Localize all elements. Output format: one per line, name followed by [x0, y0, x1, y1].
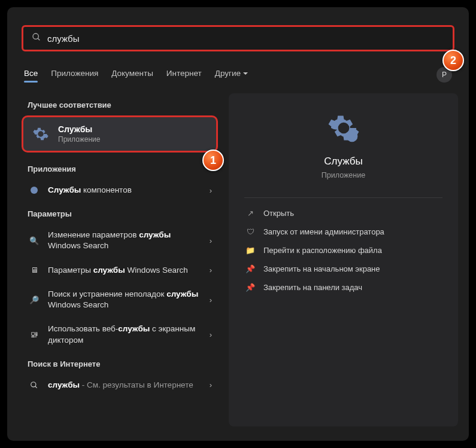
chevron-right-icon: ›: [210, 380, 212, 389]
result-text: Поиск и устранение неполадок службы Wind…: [48, 289, 202, 310]
action-run-as-admin[interactable]: 🛡 Запуск от имени администратора: [244, 223, 442, 241]
best-match-item[interactable]: Службы Приложение: [22, 115, 218, 153]
action-label: Запуск от имени администратора: [263, 227, 384, 236]
settings-icon: 🔎: [28, 295, 41, 304]
settings-icon: 🔍: [28, 236, 41, 245]
annotation-badge-1: 1: [202, 150, 224, 171]
tab-all[interactable]: Все: [24, 69, 38, 81]
chevron-right-icon: ›: [210, 295, 212, 304]
section-settings: Параметры: [18, 202, 222, 223]
result-setting-item[interactable]: 🔎 Поиск и устранение неполадок службы Wi…: [18, 282, 222, 317]
settings-icon: 🖳: [28, 330, 41, 339]
action-label: Закрепить на панели задач: [263, 283, 362, 292]
best-match-title: Службы: [58, 124, 100, 134]
open-icon: ↗: [245, 209, 255, 218]
svg-point-0: [33, 33, 38, 39]
folder-icon: 📁: [245, 246, 255, 255]
action-pin-taskbar[interactable]: 📌 Закрепить на панели задач: [244, 278, 442, 297]
detail-panel: Службы Приложение ↗ Открыть 🛡 Запуск от …: [229, 93, 458, 426]
result-text: Службы компонентов: [48, 185, 202, 196]
detail-title: Службы: [244, 156, 442, 167]
action-label: Закрепить на начальном экране: [263, 264, 380, 273]
detail-subtitle: Приложение: [244, 171, 442, 179]
start-search-panel: Все Приложения Документы Интернет Другие…: [7, 7, 469, 441]
action-label: Перейти к расположению файла: [263, 246, 382, 255]
action-open[interactable]: ↗ Открыть: [244, 204, 442, 223]
svg-point-5: [346, 131, 357, 142]
result-app-item[interactable]: Службы компонентов ›: [18, 178, 222, 202]
section-best-match: Лучшее соответствие: [18, 93, 222, 114]
search-icon: [32, 32, 41, 44]
result-setting-item[interactable]: 🖥 Параметры службы Windows Search ›: [18, 258, 222, 282]
svg-point-2: [31, 187, 38, 194]
app-icon: [28, 185, 41, 195]
pin-icon: 📌: [245, 283, 255, 292]
result-text: Изменение параметров службы Windows Sear…: [48, 230, 202, 251]
chevron-right-icon: ›: [210, 236, 212, 245]
section-web: Поиск в Интернете: [18, 352, 222, 373]
result-setting-item[interactable]: 🖳 Использовать веб-службы с экранным дик…: [18, 317, 222, 352]
annotation-badge-2: 2: [442, 50, 464, 71]
admin-icon: 🛡: [245, 227, 255, 236]
settings-icon: 🖥: [28, 266, 41, 275]
tab-documents[interactable]: Документы: [111, 69, 153, 81]
results-column: Лучшее соответствие Службы Приложение Пр…: [18, 93, 222, 426]
services-icon: [32, 125, 50, 143]
result-text: службы - См. результаты в Интернете: [48, 380, 202, 391]
action-pin-start[interactable]: 📌 Закрепить на начальном экране: [244, 260, 442, 278]
section-apps: Приложения: [18, 157, 222, 178]
result-web-item[interactable]: службы - См. результаты в Интернете ›: [18, 373, 222, 397]
best-match-subtitle: Приложение: [58, 135, 100, 144]
search-bar[interactable]: [22, 25, 454, 51]
svg-point-3: [31, 382, 36, 387]
result-setting-item[interactable]: 🔍 Изменение параметров службы Windows Se…: [18, 223, 222, 258]
action-open-location[interactable]: 📁 Перейти к расположению файла: [244, 241, 442, 260]
svg-line-1: [38, 38, 40, 40]
tab-more[interactable]: Другие: [215, 69, 248, 81]
tab-internet[interactable]: Интернет: [166, 69, 202, 81]
chevron-right-icon: ›: [210, 186, 212, 195]
divider: [244, 197, 442, 198]
pin-icon: 📌: [245, 264, 255, 273]
svg-line-4: [35, 386, 37, 388]
result-text: Параметры службы Windows Search: [48, 265, 202, 276]
search-input[interactable]: [47, 33, 444, 44]
services-icon-large: [327, 111, 360, 145]
filter-tabs: Все Приложения Документы Интернет Другие…: [7, 56, 469, 87]
search-icon: [28, 381, 41, 389]
action-label: Открыть: [263, 209, 294, 218]
tab-apps[interactable]: Приложения: [51, 69, 98, 81]
result-text: Использовать веб-службы с экранным дикто…: [48, 324, 202, 345]
chevron-right-icon: ›: [210, 330, 212, 339]
chevron-right-icon: ›: [210, 266, 212, 275]
